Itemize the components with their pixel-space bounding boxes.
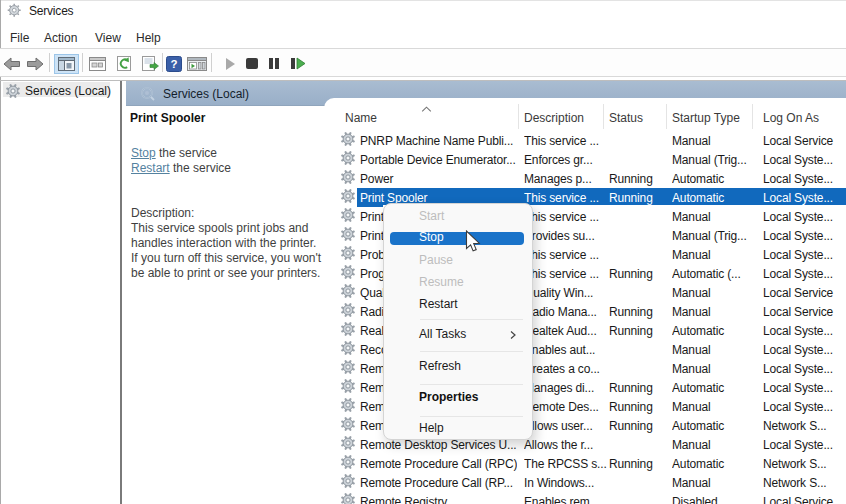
svg-text:?: ? xyxy=(170,58,177,70)
